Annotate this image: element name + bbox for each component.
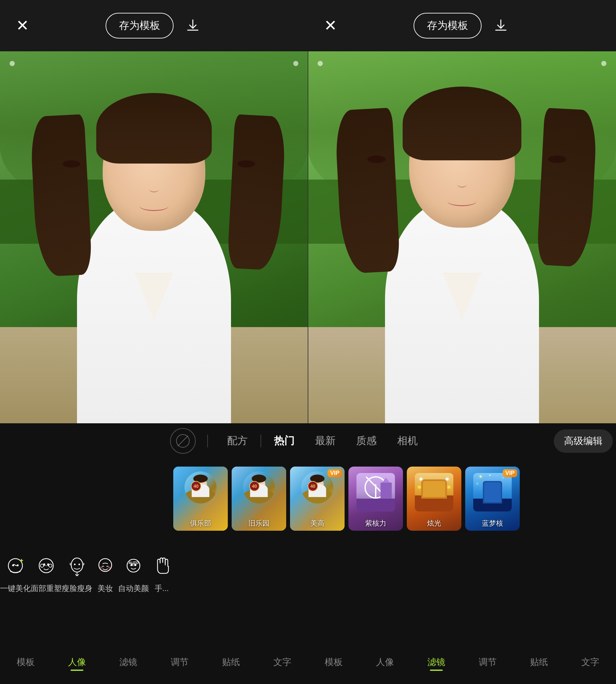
tool-makeup-label: 美妆 [97,583,113,594]
svg-point-7 [49,564,52,567]
nav-adjust-left[interactable]: 调节 [166,654,194,671]
tool-face-reshape[interactable]: 面部重塑 [31,554,62,594]
tab-new[interactable]: 最新 [307,430,343,452]
nav-filter-label-left: 滤镜 [119,656,137,668]
nav-sticker-label-left: 贴纸 [222,656,240,668]
svg-text:AUTO: AUTO [129,561,139,565]
filter-thumb-bluenova[interactable]: VIP 蓝梦核 [465,466,520,531]
nav-template-left[interactable]: 模板 [12,654,40,671]
top-bar-left: ✕ 存为模板 [0,0,308,51]
advanced-edit-button[interactable]: 高级编辑 [554,429,613,453]
filter-thumb-label-dazzle: 炫光 [407,519,461,528]
tool-makeup[interactable]: 美妆 [92,554,118,594]
bottom-nav-right: 模板 人像 滤镜 调节 贴纸 文字 [308,641,616,683]
svg-point-6 [40,564,44,567]
save-template-button-right[interactable]: 存为模板 [414,13,482,39]
makeup-icon [92,554,118,580]
nav-template-label-left: 模板 [17,656,35,668]
nav-template-right[interactable]: 模板 [320,654,348,671]
filter-thumb-label-bluenova: 蓝梦核 [465,519,520,528]
filter-thumb-label-meigao: 美高 [290,519,345,528]
filter-thumb-meigao[interactable]: 40 VIP 美高 [290,466,345,531]
nav-adjust-label-left: 调节 [171,656,189,668]
nav-adjust-right[interactable]: 调节 [474,654,502,671]
download-button-left[interactable] [183,16,202,35]
hand-icon [149,554,175,580]
filter-tabs-left: 配方 热门 最新 质感 相机 [170,427,308,455]
nav-portrait-label-left: 人像 [68,656,86,668]
svg-point-12 [79,564,80,565]
filter-thumb-violet[interactable]: 紫核力 [348,466,403,531]
tool-auto-beauty-label: 自动美颜 [118,583,149,594]
nav-filter-right[interactable]: 滤镜 [422,654,450,671]
close-button-right[interactable]: ✕ [324,18,337,33]
svg-line-1 [178,436,188,446]
save-template-button-left[interactable]: 存为模板 [106,13,174,39]
tab-divider [207,434,208,447]
svg-point-9 [47,564,49,565]
nav-filter-left[interactable]: 滤镜 [114,654,142,671]
nav-sticker-left[interactable]: 贴纸 [217,654,245,671]
tool-auto-beauty[interactable]: AUTO 自动美颜 [118,554,149,594]
nav-filter-label-right: 滤镜 [427,656,445,668]
face-reshape-icon [34,554,59,580]
filter-thumb-club[interactable]: 40 俱乐部 [173,466,228,531]
close-button-left[interactable]: ✕ [16,18,29,33]
dot-indicator-tr-left [293,61,299,66]
tab-quality[interactable]: 质感 [348,430,384,452]
tool-face-reshape-label: 面部重塑 [31,583,62,594]
image-panel-right [308,51,616,423]
tool-one-click-beauty[interactable]: 一键美化 [0,554,31,594]
tool-hand[interactable]: 手... [149,554,175,594]
vip-badge-meigao: VIP [328,469,342,477]
bottom-nav-left: 模板 人像 滤镜 调节 贴纸 文字 [0,641,308,683]
dot-indicator-tl-right [317,61,323,66]
top-bar-right: ✕ 存为模板 [308,0,616,51]
filter-thumb-label-violet: 紫核力 [348,519,403,528]
nav-portrait-underline-left [71,669,83,671]
tool-hand-label: 手... [155,583,169,594]
panel-divider [308,51,308,423]
tab-hot[interactable]: 热门 [266,430,302,452]
svg-point-14 [100,567,103,569]
nav-filter-underline-right [430,669,443,671]
svg-point-15 [108,567,111,569]
filter-thumb-dazzle[interactable]: 炫光 [407,466,461,531]
vip-badge-bluenova: VIP [503,469,517,477]
filter-thumb-label-club: 俱乐部 [173,519,228,528]
svg-point-8 [43,564,45,565]
dot-indicator-tl-left [9,61,15,66]
nav-text-label-right: 文字 [581,656,599,668]
tab-recipe[interactable]: 配方 [219,430,256,452]
nav-text-right[interactable]: 文字 [576,654,604,671]
nav-sticker-label-right: 贴纸 [530,656,548,668]
svg-point-11 [74,564,76,565]
tools-row-left: 一键美化 面部重塑 [0,545,170,603]
tool-slim-face[interactable]: 瘦脸瘦身 [62,554,92,594]
tool-one-click-beauty-label: 一键美化 [0,583,31,594]
filter-thumb-retro[interactable]: 40 旧乐园 [232,466,286,531]
download-button-right[interactable] [491,16,510,35]
nav-adjust-label-right: 调节 [479,656,497,668]
nav-sticker-right[interactable]: 贴纸 [525,654,553,671]
nav-text-label-left: 文字 [273,656,291,668]
svg-point-3 [12,564,14,566]
nav-text-left[interactable]: 文字 [268,654,296,671]
one-click-beauty-icon [3,554,28,580]
filter-thumb-label-retro: 旧乐园 [232,519,286,528]
nav-portrait-right[interactable]: 人像 [371,654,399,671]
svg-point-10 [71,558,83,572]
tool-slim-face-label: 瘦脸瘦身 [62,583,92,594]
auto-beauty-icon: AUTO [120,554,146,580]
nav-portrait-label-right: 人像 [376,656,394,668]
tab-portrait[interactable]: 相机 [390,430,425,452]
filter-thumbnails: 40 俱乐部 40 旧乐园 40 [170,463,616,534]
svg-point-4 [17,564,19,566]
nav-portrait-left[interactable]: 人像 [63,654,91,671]
nav-template-label-right: 模板 [325,656,343,668]
image-panel-left [0,51,308,423]
dot-indicator-tr-right [601,61,607,66]
no-filter-button[interactable] [170,428,196,454]
advanced-edit-area: 高级编辑 [554,427,613,455]
slim-face-icon [64,554,90,580]
